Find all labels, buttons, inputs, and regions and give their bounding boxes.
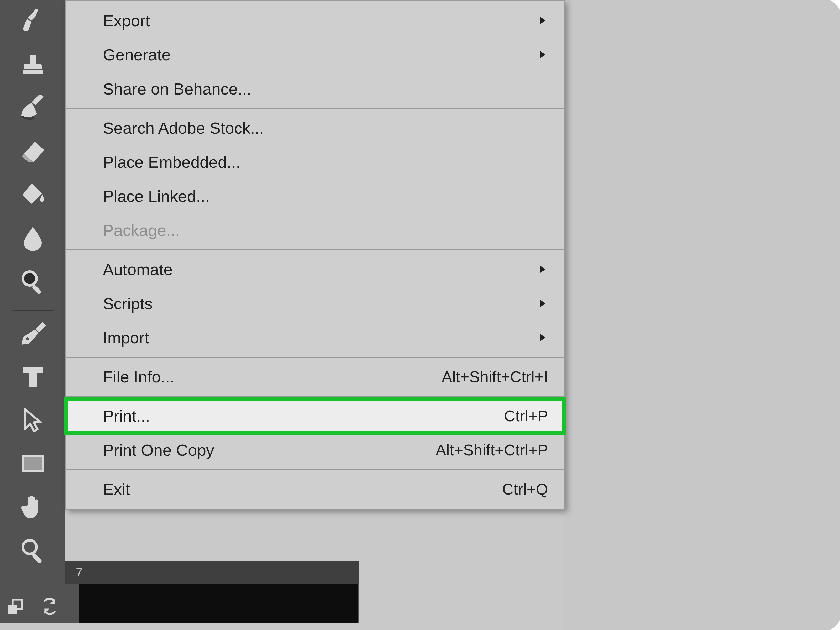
menu-label: File Info... bbox=[103, 368, 174, 386]
eraser-tool[interactable] bbox=[17, 136, 49, 168]
menu-item-import[interactable]: Import bbox=[66, 321, 564, 355]
menu-separator bbox=[66, 357, 564, 357]
menu-item-exit[interactable]: Exit Ctrl+Q bbox=[66, 472, 564, 506]
history-brush-tool[interactable] bbox=[17, 93, 49, 125]
type-icon bbox=[20, 364, 46, 391]
menu-shortcut: Ctrl+Q bbox=[502, 480, 548, 498]
menu-item-export[interactable]: Export bbox=[66, 3, 564, 38]
menu-separator bbox=[66, 469, 564, 470]
blur-icon bbox=[20, 225, 46, 253]
zoom-icon bbox=[20, 537, 46, 564]
svg-rect-5 bbox=[31, 553, 42, 563]
horizontal-ruler[interactable]: 7 bbox=[65, 561, 359, 584]
menu-label: Place Embedded... bbox=[103, 153, 240, 171]
paint-bucket-icon bbox=[20, 182, 46, 209]
dodge-tool[interactable] bbox=[17, 267, 49, 298]
menu-item-scripts[interactable]: Scripts bbox=[66, 286, 564, 321]
menu-label: Search Adobe Stock... bbox=[103, 118, 264, 137]
path-selection-tool[interactable] bbox=[17, 405, 49, 437]
stamp-tool[interactable] bbox=[17, 50, 49, 81]
stamp-icon bbox=[20, 52, 46, 79]
menu-label: Exit bbox=[103, 480, 130, 499]
paint-bucket-tool[interactable] bbox=[17, 180, 49, 211]
menu-item-file-info[interactable]: File Info... Alt+Shift+Ctrl+I bbox=[66, 360, 564, 394]
file-menu-dropdown: Export Generate Share on Behance... Sear… bbox=[65, 0, 565, 510]
menu-item-place-linked[interactable]: Place Linked... bbox=[66, 179, 564, 213]
menu-label: Print... bbox=[103, 407, 150, 425]
svg-point-4 bbox=[23, 540, 36, 554]
menu-item-search-adobe-stock[interactable]: Search Adobe Stock... bbox=[66, 111, 564, 145]
svg-rect-1 bbox=[31, 284, 42, 295]
history-brush-icon bbox=[20, 95, 46, 123]
pen-icon bbox=[20, 321, 46, 348]
edit-toolbar-icon[interactable] bbox=[6, 597, 25, 617]
menu-item-automate[interactable]: Automate bbox=[66, 252, 564, 286]
menu-label: Generate bbox=[103, 46, 171, 64]
menu-shortcut: Alt+Shift+Ctrl+P bbox=[436, 441, 548, 459]
tool-divider bbox=[12, 310, 54, 311]
swap-colors-icon[interactable] bbox=[40, 597, 59, 617]
menu-label: Place Linked... bbox=[103, 187, 210, 205]
menu-separator bbox=[66, 108, 564, 109]
svg-point-2 bbox=[26, 337, 29, 341]
hand-tool[interactable] bbox=[17, 492, 49, 523]
menu-label: Scripts bbox=[103, 294, 153, 313]
menu-separator bbox=[66, 396, 564, 396]
menu-item-share-on-behance[interactable]: Share on Behance... bbox=[66, 72, 564, 106]
menu-item-place-embedded[interactable]: Place Embedded... bbox=[66, 145, 564, 179]
rectangle-tool[interactable] bbox=[17, 448, 49, 480]
menu-label: Import bbox=[103, 328, 149, 347]
ruler-mark: 7 bbox=[65, 565, 83, 579]
brush-icon bbox=[20, 9, 46, 36]
menu-label: Package... bbox=[103, 221, 180, 240]
zoom-tool[interactable] bbox=[17, 535, 49, 567]
menu-label: Print One Copy bbox=[103, 441, 214, 459]
arrow-cursor-icon bbox=[20, 407, 46, 434]
type-tool[interactable] bbox=[17, 362, 49, 393]
tools-panel bbox=[0, 0, 65, 623]
menu-item-package: Package... bbox=[66, 213, 564, 247]
menu-label: Share on Behance... bbox=[103, 79, 251, 98]
menu-label: Export bbox=[103, 11, 150, 30]
menu-item-generate[interactable]: Generate bbox=[66, 38, 564, 72]
pen-tool[interactable] bbox=[17, 318, 49, 350]
menu-shortcut: Ctrl+P bbox=[504, 407, 548, 425]
menu-item-print[interactable]: Print... Ctrl+P bbox=[66, 399, 564, 433]
eraser-icon bbox=[20, 139, 46, 166]
canvas-dark[interactable] bbox=[79, 584, 358, 623]
menu-label: Automate bbox=[103, 260, 172, 279]
menu-separator bbox=[66, 249, 564, 250]
svg-rect-3 bbox=[23, 456, 43, 471]
workspace-right-panel bbox=[563, 0, 840, 630]
hand-icon bbox=[20, 494, 46, 521]
rectangle-icon bbox=[20, 450, 46, 478]
svg-point-0 bbox=[23, 272, 36, 285]
blur-tool[interactable] bbox=[17, 223, 49, 255]
brush-tool[interactable] bbox=[17, 6, 49, 38]
menu-item-print-one-copy[interactable]: Print One Copy Alt+Shift+Ctrl+P bbox=[66, 433, 564, 467]
menu-shortcut: Alt+Shift+Ctrl+I bbox=[442, 368, 548, 386]
magnifier-dark-icon bbox=[20, 268, 46, 296]
